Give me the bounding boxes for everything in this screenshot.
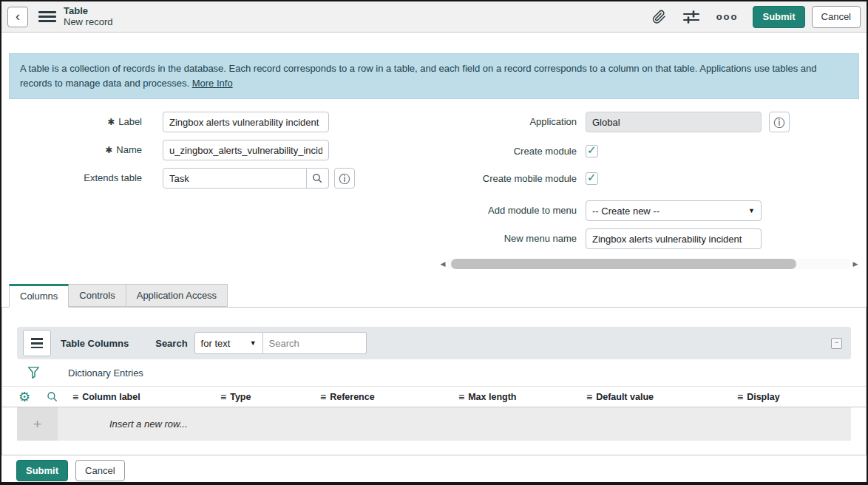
plus-icon[interactable]: + [17, 407, 58, 441]
personalize-form-icon[interactable] [682, 10, 700, 24]
columns-tab-panel: Table Columns Search for text ▼ − Dictio… [1, 307, 867, 455]
collapse-list-button[interactable]: − [831, 338, 842, 349]
table-columns-toolbar: Table Columns Search for text ▼ − [17, 327, 851, 359]
insert-new-row[interactable]: + Insert a new row... [17, 407, 851, 441]
column-menu-icon: ≡ [458, 391, 464, 403]
footer-submit-button[interactable]: Submit [16, 460, 68, 481]
add-module-to-menu-select[interactable]: -- Create new -- ▼ [586, 200, 762, 221]
extends-table-label: Extends table [1, 168, 142, 189]
required-icon: ✱ [107, 117, 115, 127]
search-type-select[interactable]: for text ▼ [194, 332, 263, 354]
column-menu-icon: ≡ [737, 391, 743, 403]
name-field-input[interactable] [163, 140, 329, 160]
horizontal-scrollbar[interactable]: ◀ ▶ [438, 257, 861, 270]
info-banner-text: A table is a collection of records in th… [20, 63, 817, 89]
column-header-default-value[interactable]: ≡ Default value [586, 391, 737, 403]
info-icon: ⓘ [339, 173, 350, 184]
header-submit-button[interactable]: Submit [753, 6, 804, 28]
minimize-icon: − [835, 339, 838, 346]
column-header-text: Max length [468, 392, 516, 402]
column-header-text: Reference [330, 392, 374, 402]
new-menu-name-label: New menu name [401, 228, 577, 249]
create-module-checkbox[interactable]: ✓ [586, 145, 598, 157]
chevron-down-icon: ▼ [250, 339, 257, 347]
attachment-icon[interactable] [652, 10, 666, 24]
create-mobile-module-label: Create mobile module [401, 172, 577, 185]
search-input[interactable] [263, 332, 367, 354]
info-banner: A table is a collection of records in th… [9, 53, 859, 99]
name-field-label: ✱Name [1, 140, 142, 160]
extends-table-info-button[interactable]: ⓘ [334, 168, 355, 189]
form-header: ‹ Table New record ooo Submit Cancel [1, 1, 867, 33]
extends-table-input[interactable] [163, 168, 307, 189]
page-title: Table [64, 6, 112, 17]
column-header-type[interactable]: ≡ Type [220, 391, 320, 403]
insert-row-text[interactable]: Insert a new row... [109, 418, 188, 430]
check-icon: ✓ [587, 143, 597, 157]
form-footer: Submit Cancel [16, 460, 867, 481]
tab-application-access[interactable]: Application Access [126, 284, 228, 307]
search-label: Search [155, 338, 187, 349]
select-value: -- Create new -- [592, 206, 660, 217]
tab-controls[interactable]: Controls [69, 284, 126, 307]
footer-cancel-button[interactable]: Cancel [75, 460, 124, 481]
form-context-menu-icon[interactable] [38, 9, 56, 24]
column-header-text: Display [747, 392, 779, 402]
scrollbar-track[interactable] [448, 259, 850, 269]
chevron-left-icon: ‹ [16, 10, 20, 23]
column-header-text: Type [230, 392, 251, 402]
add-module-to-menu-label: Add module to menu [401, 200, 577, 221]
record-form: ✱Label ✱Name Extends table ⓘ Application… [1, 108, 867, 252]
gear-icon[interactable]: ⚙ [2, 390, 32, 404]
create-mobile-module-checkbox[interactable]: ✓ [586, 172, 598, 185]
tab-columns[interactable]: Columns [9, 284, 69, 308]
more-dots: ooo [716, 12, 739, 21]
column-menu-icon: ≡ [72, 391, 78, 403]
column-header-reference[interactable]: ≡ Reference [320, 391, 458, 403]
scroll-left-icon[interactable]: ◀ [438, 260, 448, 268]
column-menu-icon: ≡ [220, 391, 226, 403]
select-value: for text [201, 338, 231, 349]
new-menu-name-input[interactable] [586, 228, 762, 249]
column-header-max-length[interactable]: ≡ Max length [458, 391, 586, 403]
columns-grid-header: ⚙ ≡ Column label ≡ Type ≡ Reference ≡ Ma… [2, 387, 866, 407]
more-info-link[interactable]: More Info [192, 78, 233, 89]
form-title-block: Table New record [64, 6, 112, 28]
dictionary-entries-link[interactable]: Dictionary Entries [68, 367, 143, 379]
scrollbar-thumb[interactable] [451, 259, 796, 269]
required-icon: ✱ [105, 145, 112, 155]
column-header-display[interactable]: ≡ Display [737, 391, 866, 403]
application-input [586, 112, 762, 132]
tab-bar: Columns Controls Application Access [1, 284, 867, 307]
page-subtitle: New record [64, 17, 112, 28]
search-icon [312, 173, 323, 184]
check-icon: ✓ [587, 171, 597, 184]
table-new-record-page: ‹ Table New record ooo Submit Cancel A t… [0, 0, 868, 485]
label-field-input[interactable] [163, 112, 329, 132]
chevron-down-icon: ▼ [748, 207, 755, 214]
dictionary-entries-row: Dictionary Entries [2, 359, 866, 387]
list-context-menu-button[interactable] [23, 330, 51, 356]
more-options-icon[interactable]: ooo [716, 12, 739, 21]
back-button[interactable]: ‹ [7, 7, 28, 27]
column-menu-icon: ≡ [320, 391, 326, 403]
reference-lookup-button[interactable] [307, 168, 329, 189]
application-info-button[interactable]: ⓘ [769, 112, 790, 132]
header-cancel-button[interactable]: Cancel [812, 6, 861, 28]
create-module-label: Create module [401, 145, 577, 157]
label-field-label: ✱Label [1, 112, 142, 132]
application-label: Application [401, 112, 577, 132]
list-title: Table Columns [61, 338, 129, 349]
column-header-column-label[interactable]: ≡ Column label [72, 391, 220, 403]
filter-icon[interactable] [27, 366, 40, 380]
column-menu-icon: ≡ [586, 391, 592, 403]
search-icon[interactable] [32, 391, 72, 403]
column-header-text: Column label [82, 392, 140, 402]
column-header-text: Default value [596, 392, 654, 402]
info-icon: ⓘ [774, 117, 785, 128]
scroll-right-icon[interactable]: ▶ [850, 260, 861, 268]
